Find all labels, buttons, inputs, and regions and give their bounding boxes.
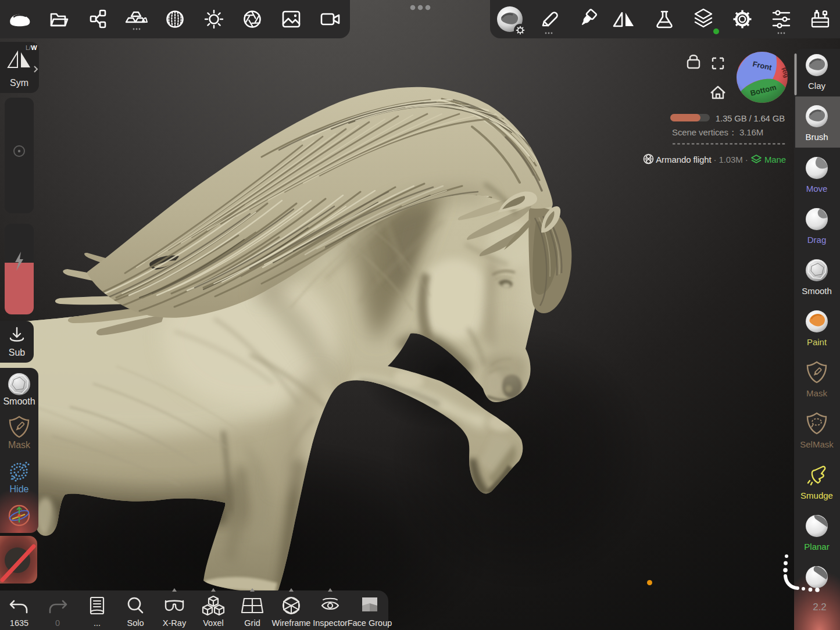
- svg-text:Solo: Solo: [127, 618, 144, 628]
- svg-text:Sub: Sub: [9, 348, 26, 357]
- svg-text:L/W: L/W: [26, 44, 37, 51]
- svg-text:Mask: Mask: [806, 388, 827, 398]
- svg-text:Brush: Brush: [805, 132, 828, 142]
- svg-text:2.2: 2.2: [813, 602, 827, 613]
- svg-text:Grid: Grid: [244, 618, 260, 628]
- svg-text:X-Ray: X-Ray: [163, 618, 187, 628]
- svg-text:Smooth: Smooth: [3, 396, 35, 406]
- svg-text:Wireframe: Wireframe: [272, 618, 311, 628]
- svg-text:Voxel: Voxel: [203, 618, 223, 628]
- svg-text:1635: 1635: [10, 618, 28, 628]
- svg-text:Mask: Mask: [8, 440, 31, 450]
- svg-text:Clay: Clay: [808, 81, 826, 91]
- svg-text:Smudge: Smudge: [800, 491, 833, 500]
- svg-text:Paint: Paint: [807, 337, 827, 347]
- svg-text:Face Group: Face Group: [348, 618, 392, 628]
- svg-text:Inspector: Inspector: [313, 618, 348, 628]
- svg-text:Sym: Sym: [10, 78, 28, 88]
- svg-text:SelMask: SelMask: [800, 439, 834, 449]
- svg-text:Smooth: Smooth: [802, 286, 832, 296]
- svg-text:Move: Move: [806, 184, 828, 194]
- svg-text:0: 0: [55, 618, 60, 628]
- svg-text:Drag: Drag: [807, 235, 827, 245]
- svg-text:...: ...: [94, 618, 101, 628]
